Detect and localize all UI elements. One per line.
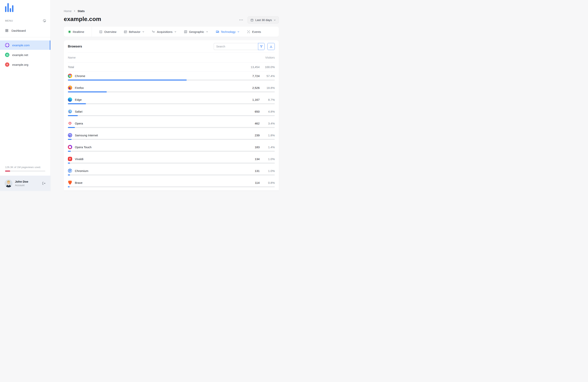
visitors-bar-track [68,186,275,187]
browser-name: Opera [75,122,237,125]
more-options-icon[interactable] [239,19,243,21]
visitors-bar-fill [68,127,75,128]
visitors-value: 131 [237,169,260,172]
visitors-bar-track [68,115,275,116]
visitors-bar-track [68,139,275,140]
behavior-window-icon [124,30,127,33]
site-label: example.com [12,43,30,47]
percent-value: 3.4% [260,122,275,125]
account-section[interactable]: John Doe Account [0,176,50,191]
visitors-bar-fill [68,151,71,152]
overview-chart-icon [99,30,103,33]
visitors-value: 650 [237,110,260,113]
visitors-bar-fill [68,115,78,116]
sidebar-site-example-net[interactable]: example.net [0,50,50,60]
user-role: Account [15,184,40,187]
visitors-bar-track [68,103,275,104]
date-range-button[interactable]: Last 30 days [248,16,279,23]
sidebar-item-dashboard[interactable]: Dashboard [0,26,50,35]
search-input[interactable] [214,43,258,50]
visitors-value: 1,167 [237,98,260,101]
breadcrumb-home[interactable]: Home [64,9,72,13]
visitors-value: 7,724 [237,74,260,78]
percent-value: 8.7% [260,98,275,101]
geographic-map-icon [184,30,187,33]
table-row[interactable]: Edge1,1678.7% [68,95,275,107]
table-row[interactable]: Samsung Internet2391.8% [68,131,275,143]
dashboard-grid-icon [5,29,9,32]
logout-icon[interactable] [42,181,46,185]
browser-name: Edge [75,98,237,101]
browsers-panel: Browsers Name Visitors Total 13,454 100.… [64,40,279,191]
panel-title: Browsers [68,45,214,48]
table-row[interactable]: Chrome7,72457.4% [68,72,275,84]
tab-acquisitions[interactable]: Acquisitions [152,30,177,33]
table-header: Name Visitors [68,53,275,63]
usage-meter: 126.3K of 1M pageviews used. [0,166,50,176]
avatar [5,180,12,187]
sidebar-divider [0,37,50,37]
breadcrumb: Home Stats [64,9,279,13]
percent-value: 18.8% [260,86,275,89]
visitors-bar-fill [68,139,72,140]
percent-value: 57.4% [260,74,275,78]
percent-value: 1.8% [260,134,275,137]
menu-heading: MENU [5,19,13,22]
sidebar: MENU Dashboard example.comexample.netexa… [0,0,51,191]
sidebar-site-example-com[interactable]: example.com [0,41,50,50]
tab-overview[interactable]: Overview [99,30,116,33]
site-label: example.org [12,63,28,66]
date-range-label: Last 30 days [255,18,272,21]
chromium-icon [68,169,72,173]
visitors-value: 239 [237,134,260,137]
tab-label: Realtime [73,30,84,33]
tab-bar: RealtimeOverviewBehaviorAcquisitionsGeog… [64,27,279,37]
filter-funnel-icon [260,45,263,48]
total-label: Total [68,65,237,69]
tab-technology[interactable]: Technology [216,30,240,33]
column-visitors: Visitors [265,56,275,59]
table-row[interactable]: Safari6504.8% [68,107,275,119]
visitors-bar-fill [68,91,107,92]
browser-name: Opera Touch [75,146,237,149]
filter-button[interactable] [258,43,265,50]
chevron-down-icon [174,31,177,33]
table-row[interactable]: Firefox2,52618.8% [68,84,275,95]
visitors-bar-track [68,80,275,81]
column-name: Name [68,56,265,59]
table-row[interactable]: Brave1140.8% [68,179,275,191]
visitors-bar-fill [68,174,70,175]
browser-name: Vivaldi [75,157,237,161]
technology-devices-icon [216,30,219,33]
tab-label: Events [252,30,261,33]
main-content: Home Stats example.com Last 30 days Real… [51,0,294,191]
sidebar-site-example-org[interactable]: example.org [0,60,50,69]
tab-label: Technology [221,30,236,33]
persona-icon[interactable] [43,19,46,22]
sidebar-item-label: Dashboard [11,29,26,32]
visitors-bar-fill [68,80,187,81]
browser-name: Brave [75,181,237,184]
total-visitors: 13,454 [237,65,260,69]
percent-value: 4.8% [260,110,275,113]
browser-name: Firefox [75,86,237,89]
visitors-bar-track [68,174,275,175]
tab-realtime[interactable]: Realtime [68,30,84,33]
tab-label: Overview [104,30,116,33]
table-row[interactable]: Chromium1311.0% [68,167,275,179]
tab-behavior[interactable]: Behavior [124,30,145,33]
visitors-value: 183 [237,146,260,149]
usage-text: 126.3K of 1M pageviews used. [5,166,45,169]
tab-geographic[interactable]: Geographic [184,30,208,33]
opera-icon [68,121,72,126]
safari-icon [68,109,72,114]
samsung-internet-icon [68,133,72,137]
tab-events[interactable]: Events [247,30,261,33]
table-row[interactable]: Opera4623.4% [68,119,275,131]
visitors-bar-track [68,163,275,164]
table-row[interactable]: Opera Touch1831.4% [68,143,275,155]
download-button[interactable] [267,43,275,50]
percent-value: 1.0% [260,157,275,161]
table-row[interactable]: Vivaldi1341.0% [68,155,275,167]
browser-name: Chrome [75,74,237,78]
